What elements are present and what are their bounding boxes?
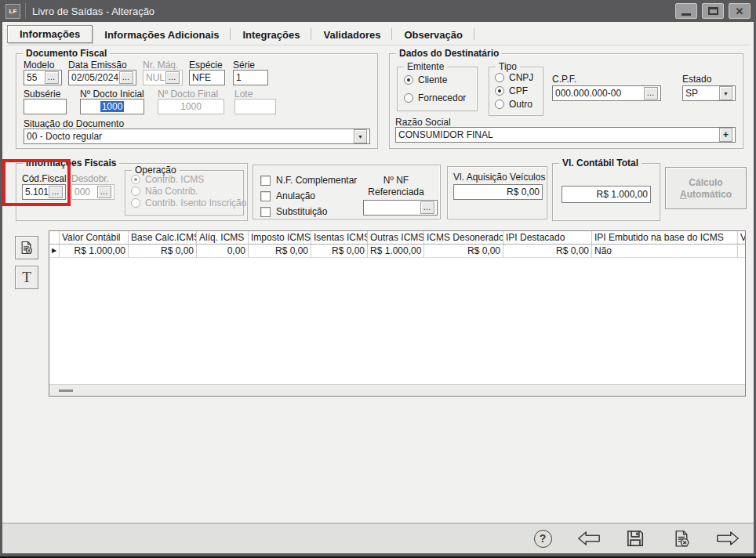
cpf-value: 000.000.000-00 [555, 88, 621, 99]
delete-record-button[interactable] [670, 528, 693, 549]
radio-icon [131, 187, 140, 196]
modelo-lookup-icon[interactable]: … [45, 71, 59, 84]
vl-aquisicao-field[interactable]: R$ 0,00 [453, 184, 543, 200]
cell-ipi-embutido: Não [592, 245, 738, 258]
radio-nao-contrib: Não Contrib. [131, 186, 198, 197]
tab-integracoes[interactable]: Integrações [231, 24, 311, 45]
column-header[interactable]: IPI Embutido na base do ICMS [592, 231, 738, 245]
data-emissao-label: Data Emissão [68, 60, 127, 71]
close-button[interactable]: ✕ [729, 3, 751, 19]
subserie-field[interactable] [24, 99, 67, 114]
arrow-left-icon [576, 530, 602, 547]
column-header[interactable]: Imposto ICMS [249, 231, 311, 245]
vl-contabil-value: R$ 1.000,00 [565, 189, 648, 200]
tab-informacoes[interactable]: Informações [7, 25, 93, 43]
data-emissao-calendar-icon[interactable]: … [119, 71, 133, 84]
serie-field[interactable]: 1 [233, 70, 268, 85]
especie-field[interactable]: NFE [189, 70, 225, 85]
column-header[interactable]: Outras ICMS [368, 231, 424, 245]
fiscal-grid[interactable]: Valor Contábil Base Calc.ICMS Alíq. ICMS… [49, 230, 746, 397]
radio-cliente[interactable]: Cliente [404, 74, 447, 85]
situacao-combobox[interactable]: 00 - Docto regular ▼ [24, 129, 370, 144]
next-record-button[interactable] [716, 528, 740, 549]
column-header[interactable]: ICMS Desonerado [424, 231, 503, 245]
column-header[interactable]: Isentas ICMS [311, 231, 368, 245]
radio-outro[interactable]: Outro [495, 99, 532, 110]
column-header[interactable]: Base Calc.ICMS [129, 231, 197, 245]
document-delete-icon [672, 529, 692, 549]
text-tool-button[interactable]: T [15, 266, 38, 289]
maximize-button[interactable] [702, 3, 724, 19]
desdobr-lookup-icon[interactable]: … [97, 186, 111, 198]
data-emissao-field[interactable]: 02/05/2024 … [68, 70, 136, 85]
app-window: LF Livro de Saídas - Alteração ✕ Informa… [0, 0, 756, 558]
modelo-value: 55 [27, 72, 37, 83]
radio-label: CPF [509, 85, 528, 96]
radio-icon [404, 93, 413, 103]
radio-icon [495, 100, 504, 109]
column-header[interactable]: Alíq. ICMS [197, 231, 249, 245]
column-header[interactable]: IPI Destacado [503, 231, 592, 245]
chevron-down-icon[interactable]: ▼ [719, 86, 732, 100]
cpf-field[interactable]: 000.000.000-00 … [552, 85, 661, 101]
plus-icon[interactable]: + [719, 128, 732, 142]
column-header[interactable]: V [738, 231, 745, 245]
column-header[interactable]: Valor Contábil [60, 231, 129, 245]
tab-observacao[interactable]: Observação [392, 24, 474, 45]
checkbox-icon [260, 207, 271, 217]
group-documento-fiscal: Documento Fiscal Modelo 55 … Data Emissã… [16, 53, 378, 149]
estado-combobox[interactable]: SP ▼ [682, 85, 736, 101]
window-title: Livro de Saídas - Alteração [32, 5, 154, 17]
nf-referenciada-lookup-icon[interactable]: … [420, 201, 434, 214]
desdobr-label: Desdobr. [71, 173, 109, 184]
cell-extra [738, 245, 745, 258]
radio-contrib-isento: Contrib. Isento Inscrição [131, 197, 246, 208]
cod-fiscal-field[interactable]: 5.101 … [22, 184, 66, 200]
tab-validadores[interactable]: Validadores [311, 24, 392, 45]
document-delete-icon [19, 240, 35, 255]
checkbox-nf-complementar[interactable]: N.F. Complementar [260, 175, 357, 186]
group-dados-destinatario: Dados do Destinatário Emitente Cliente F… [389, 53, 743, 149]
cell-isentas-icms: R$ 0,00 [311, 245, 368, 258]
radio-cpf[interactable]: CPF [495, 85, 528, 96]
delete-document-button[interactable] [15, 236, 38, 259]
radio-label: Contrib. ICMS [145, 174, 204, 185]
especie-value: NFE [192, 72, 211, 83]
nr-maq-lookup-icon[interactable]: … [165, 71, 180, 84]
minimize-button[interactable] [675, 3, 697, 19]
table-row[interactable]: ▶ R$ 1.000,00 R$ 0,00 0,00 R$ 0,00 R$ 0,… [49, 245, 745, 258]
horizontal-scrollbar[interactable] [49, 384, 745, 396]
help-button[interactable]: ? [531, 528, 554, 549]
chevron-down-icon[interactable]: ▼ [354, 129, 367, 143]
cpf-lookup-icon[interactable]: … [644, 87, 658, 100]
checkbox-substituicao[interactable]: Substituição [260, 206, 327, 217]
cod-fiscal-lookup-icon[interactable]: … [49, 186, 63, 198]
calculo-automatico-button[interactable]: Cálculo Automático [665, 167, 747, 209]
save-button[interactable] [623, 528, 647, 549]
nr-maq-field: NUL … [143, 70, 183, 85]
especie-label: Espécie [189, 60, 223, 71]
title-bar[interactable]: LF Livro de Saídas - Alteração ✕ [0, 0, 756, 22]
vl-aquisicao-label: Vl. Aquisição Veículos [453, 172, 545, 183]
previous-record-button[interactable] [577, 528, 601, 549]
modelo-field[interactable]: 55 … [24, 70, 62, 85]
checkbox-anulacao[interactable]: Anulação [260, 190, 315, 201]
grid-indicator-header [49, 231, 60, 245]
nf-referenciada-field[interactable]: … [363, 200, 438, 216]
group-title: Emitente [404, 61, 447, 72]
radio-label: Outro [509, 99, 532, 110]
nr-maq-label: Nr. Máq. [143, 60, 178, 71]
razao-social-field[interactable]: CONSUMIDOR FINAL + [395, 127, 736, 143]
radio-cnpj[interactable]: CNPJ [495, 72, 533, 83]
docto-inicial-field[interactable]: 1000 [80, 99, 144, 114]
lote-label: Lote [234, 89, 253, 100]
checkbox-icon [260, 191, 271, 201]
group-title: Dados do Destinatário [396, 48, 502, 59]
tab-informacoes-adicionais[interactable]: Informações Adicionais [93, 24, 231, 45]
checkbox-label: Substituição [276, 206, 327, 217]
vl-contabil-field[interactable]: R$ 1.000,00 [562, 186, 651, 203]
radio-label: Contrib. Isento Inscrição [145, 197, 246, 208]
scrollbar-thumb[interactable] [59, 390, 73, 392]
docto-inicial-label: Nº Docto Inicial [80, 89, 144, 100]
radio-fornecedor[interactable]: Fornecedor [404, 92, 466, 103]
